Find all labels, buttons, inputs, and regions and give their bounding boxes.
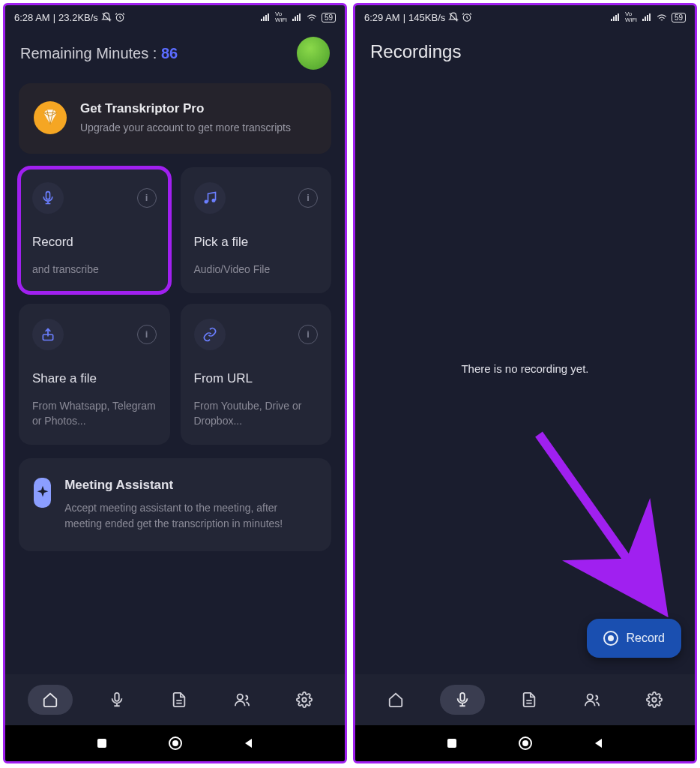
bell-off-icon bbox=[101, 12, 112, 22]
share-sub: From Whatsapp, Telegram or Photos... bbox=[32, 398, 157, 429]
android-nav bbox=[5, 725, 345, 761]
bell-off-icon bbox=[448, 12, 459, 22]
bottom-nav bbox=[355, 674, 695, 725]
share-file-card[interactable]: i Share a file From Whatsapp, Telegram o… bbox=[19, 304, 170, 446]
svg-rect-1 bbox=[46, 191, 50, 199]
info-icon[interactable]: i bbox=[298, 188, 318, 208]
diamond-icon bbox=[34, 101, 67, 134]
android-home[interactable] bbox=[168, 736, 183, 751]
nav-mic[interactable] bbox=[440, 685, 485, 715]
assistant-title: Meeting Assistant bbox=[64, 478, 316, 493]
share-title: Share a file bbox=[32, 371, 157, 386]
signal-icon bbox=[610, 12, 621, 22]
pick-file-card[interactable]: i Pick a file Audio/Video File bbox=[181, 167, 332, 293]
info-icon[interactable]: i bbox=[137, 325, 157, 344]
nav-home[interactable] bbox=[378, 685, 414, 715]
nav-files[interactable] bbox=[161, 685, 197, 715]
info-icon[interactable]: i bbox=[298, 325, 318, 344]
android-home[interactable] bbox=[518, 736, 533, 751]
meeting-assistant-card[interactable]: Meeting Assistant Accept meeting assista… bbox=[19, 458, 331, 551]
pro-title: Get Transkriptor Pro bbox=[80, 101, 291, 116]
status-speed: 145KB/s bbox=[408, 12, 445, 23]
from-url-card[interactable]: i From URL From Youtube, Drive or Dropbo… bbox=[181, 304, 332, 446]
pick-sub: Audio/Video File bbox=[194, 262, 319, 277]
battery-icon: 59 bbox=[672, 13, 686, 22]
android-recent[interactable] bbox=[96, 737, 108, 749]
nav-settings[interactable] bbox=[286, 685, 322, 715]
statusbar: 6:28 AM | 23.2KB/s VoWiFi 59 bbox=[5, 5, 345, 29]
status-speed: 23.2KB/s bbox=[58, 12, 98, 23]
status-time: 6:28 AM bbox=[14, 12, 50, 23]
pro-subtitle: Upgrade your account to get more transcr… bbox=[80, 121, 291, 136]
record-sub: and transcribe bbox=[32, 262, 157, 277]
fab-label: Record bbox=[626, 632, 665, 645]
svg-point-5 bbox=[303, 698, 307, 702]
nav-people[interactable] bbox=[574, 685, 610, 715]
svg-point-4 bbox=[237, 694, 242, 700]
svg-rect-3 bbox=[115, 693, 119, 701]
signal-icon bbox=[260, 12, 271, 22]
alarm-icon bbox=[115, 12, 125, 22]
share-icon bbox=[32, 319, 64, 350]
avatar[interactable] bbox=[297, 37, 330, 70]
sparkle-icon bbox=[34, 478, 51, 508]
screen-recordings: 6:29 AM | 145KB/s VoWiFi 59 Recordings T… bbox=[353, 3, 697, 764]
bottom-nav bbox=[5, 674, 345, 725]
link-icon bbox=[194, 319, 226, 350]
nav-files[interactable] bbox=[511, 685, 547, 715]
svg-rect-14 bbox=[447, 739, 456, 748]
record-title: Record bbox=[32, 235, 157, 250]
nav-settings[interactable] bbox=[636, 685, 672, 715]
assistant-sub: Accept meeting assistant to the meeting,… bbox=[64, 500, 316, 532]
alarm-icon bbox=[462, 12, 472, 22]
info-icon[interactable]: i bbox=[137, 188, 157, 208]
record-dot-icon bbox=[603, 631, 618, 646]
pro-upgrade-card[interactable]: Get Transkriptor Pro Upgrade your accoun… bbox=[19, 83, 331, 154]
empty-state: There is no recording yet. bbox=[355, 62, 695, 674]
remaining-minutes: Remaining Minutes : 86 bbox=[20, 45, 178, 62]
android-nav bbox=[355, 725, 695, 761]
svg-rect-6 bbox=[97, 739, 106, 748]
page-title: Recordings bbox=[355, 29, 695, 62]
pick-title: Pick a file bbox=[194, 235, 319, 250]
status-sep: | bbox=[403, 12, 405, 23]
wifi-icon bbox=[657, 12, 667, 22]
status-sep: | bbox=[53, 12, 55, 23]
nav-home[interactable] bbox=[28, 685, 73, 715]
signal2-icon bbox=[292, 12, 302, 22]
battery-icon: 59 bbox=[322, 13, 336, 22]
status-time: 6:29 AM bbox=[364, 12, 400, 23]
android-back[interactable] bbox=[243, 737, 255, 749]
nav-people[interactable] bbox=[224, 685, 260, 715]
signal2-icon bbox=[642, 12, 652, 22]
svg-rect-11 bbox=[460, 693, 465, 701]
svg-point-8 bbox=[172, 740, 178, 746]
main-content: Get Transkriptor Pro Upgrade your accoun… bbox=[5, 73, 345, 674]
screen-home: 6:28 AM | 23.2KB/s VoWiFi 59 Remaining M… bbox=[3, 3, 347, 764]
svg-point-12 bbox=[587, 694, 592, 700]
svg-point-16 bbox=[522, 740, 528, 746]
nav-mic[interactable] bbox=[99, 685, 135, 715]
statusbar: 6:29 AM | 145KB/s VoWiFi 59 bbox=[355, 5, 695, 29]
wifi-icon bbox=[307, 12, 317, 22]
url-title: From URL bbox=[194, 371, 319, 386]
android-back[interactable] bbox=[593, 737, 605, 749]
record-card[interactable]: i Record and transcribe bbox=[19, 167, 170, 293]
vowifi-icon: VoWiFi bbox=[275, 11, 287, 23]
recordings-content: There is no recording yet. Record bbox=[355, 62, 695, 674]
svg-point-13 bbox=[653, 698, 657, 702]
vowifi-icon: VoWiFi bbox=[625, 11, 637, 23]
url-sub: From Youtube, Drive or Dropbox... bbox=[194, 398, 319, 429]
android-recent[interactable] bbox=[446, 737, 458, 749]
microphone-icon bbox=[32, 182, 64, 214]
music-note-icon bbox=[194, 182, 226, 214]
record-button[interactable]: Record bbox=[587, 619, 681, 658]
header: Remaining Minutes : 86 bbox=[5, 29, 345, 73]
